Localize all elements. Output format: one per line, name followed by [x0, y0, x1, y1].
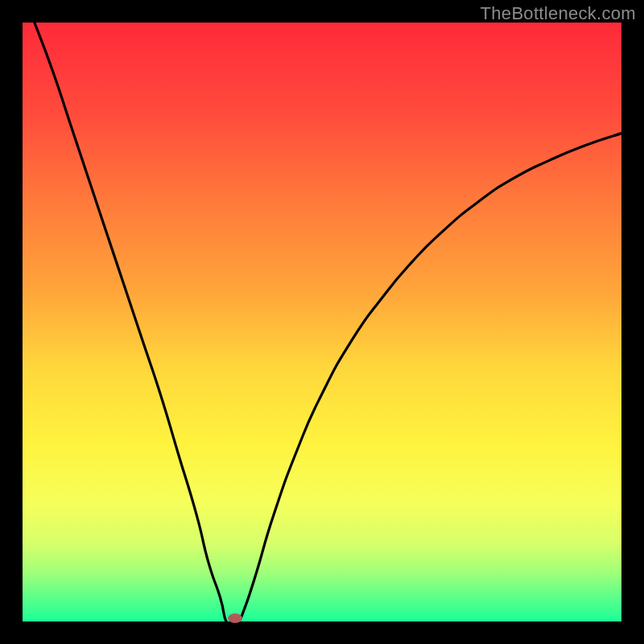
curve-svg — [23, 23, 621, 621]
watermark-text: TheBottleneck.com — [481, 3, 636, 24]
current-point-marker — [228, 613, 242, 623]
chart-frame: TheBottleneck.com — [0, 0, 644, 644]
plot-area — [23, 23, 621, 621]
bottleneck-curve — [35, 23, 621, 625]
